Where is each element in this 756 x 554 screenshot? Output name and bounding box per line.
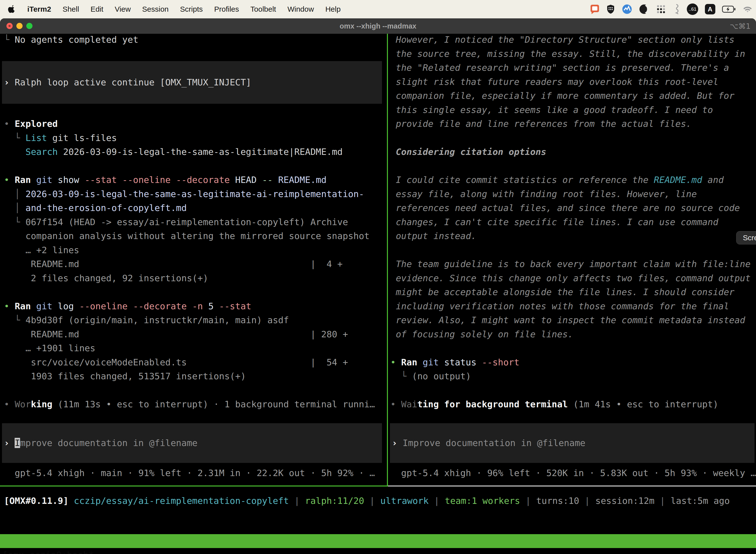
screen-notification-toast[interactable]: Scre — [736, 231, 756, 244]
text-segment: gpt-5.4 xhigh · 96% left · 520K in · 5.8… — [390, 468, 756, 478]
text-segment: 2 files changed, 92 insertions(+) — [4, 273, 208, 283]
right-session-status: gpt-5.4 xhigh · 96% left · 520K in · 5.8… — [390, 466, 756, 480]
terminal-content: └ No agents completed yet• Explored └ Li… — [0, 34, 756, 554]
text-segment: review. Also, I might want to inspect th… — [390, 315, 745, 325]
menu-item-profiles[interactable]: Profiles — [214, 5, 239, 13]
text-segment: Ran — [15, 175, 36, 185]
text-segment: mprove documentation in @filename — [20, 438, 197, 448]
text-segment: Considering citation options — [390, 147, 547, 157]
text-segment: | — [654, 496, 671, 506]
text-segment: --stat — [219, 301, 251, 311]
text-segment: | — [520, 496, 536, 506]
text-segment: turns:10 — [536, 496, 579, 506]
terminal-line: the source tree, missing the essay. Stil… — [390, 47, 756, 61]
text-segment: 2026-03-09-is-legal-the-same-as-legitima… — [58, 147, 343, 157]
menu-item-window[interactable]: Window — [288, 5, 314, 13]
text-segment: However, I noticed the "Directory Struct… — [390, 35, 735, 45]
text-segment: last:5m ago — [671, 496, 730, 506]
terminal-line — [4, 103, 387, 117]
menu-item-edit[interactable]: Edit — [90, 5, 104, 13]
pane-divider-horizontal-inactive[interactable] — [388, 486, 756, 487]
chat-app-icon[interactable] — [590, 4, 600, 14]
count-badge-icon[interactable]: ..61 — [687, 3, 698, 15]
text-segment: ting for background terminal — [417, 399, 568, 409]
text-segment: | — [364, 496, 380, 506]
text-segment: 4b9d30f (origin/main, instructkr/main, m… — [25, 315, 289, 325]
menu-item-view[interactable]: View — [115, 5, 131, 13]
terminal-line: The team guideline is to back every impo… — [390, 257, 756, 271]
terminal-line — [390, 243, 756, 258]
menu-item-iterm2[interactable]: iTerm2 — [27, 5, 51, 13]
text-segment: of focusing solely on file lines. — [390, 329, 573, 339]
menu-item-toolbelt[interactable]: Toolbelt — [251, 5, 276, 13]
terminal-line: this single essay, it seems like a good … — [390, 103, 756, 117]
apple-menu[interactable] — [8, 4, 16, 15]
terminal-line: provide file and line references from th… — [390, 117, 756, 131]
window-title-bar[interactable]: omx --xhigh --madmax ⌥⌘1 — [0, 18, 756, 34]
battery-icon[interactable] — [722, 5, 736, 13]
text-segment: └ — [4, 217, 25, 227]
pane-divider-horizontal-active[interactable] — [0, 486, 388, 487]
text-segment: (no output) — [412, 371, 471, 381]
text-segment: --stat --oneline --decorate — [84, 175, 235, 185]
queued-message-box: › Ralph loop active continue [OMX_TMUX_I… — [2, 61, 382, 104]
omx-status-line: [OMX#0.11.9] cczip/essay/ai-reimplementa… — [4, 494, 730, 508]
text-segment: 1903 files changed, 513517 insertions(+) — [4, 371, 246, 381]
terminal-line: changes, I can't cite specific file line… — [390, 215, 756, 229]
menu-item-session[interactable]: Session — [142, 5, 169, 13]
text-segment: I could cite commit statistics or refere… — [390, 175, 654, 185]
terminal-line: README.md | 4 + — [4, 257, 387, 271]
tmux-pane-left[interactable]: └ No agents completed yet• Explored └ Li… — [0, 34, 387, 486]
text-segment: └ — [4, 315, 25, 325]
text-segment — [68, 496, 74, 506]
text-segment: Ralph loop active continue [OMX_TMUX_INJ… — [15, 77, 251, 88]
terminal-line: └ No agents completed yet — [4, 34, 387, 47]
text-segment: README.md | 4 + — [4, 259, 342, 269]
text-segment: changes, I can't cite specific file line… — [390, 217, 718, 227]
activity-sync-icon[interactable] — [622, 4, 632, 14]
text-segment: --oneline --decorate — [79, 301, 192, 311]
menu-item-shell[interactable]: Shell — [63, 5, 79, 13]
text-segment: ralph:11/20 — [305, 496, 364, 506]
serpent-icon[interactable] — [673, 4, 680, 15]
text-segment: › — [4, 438, 15, 448]
terminal-line — [390, 341, 756, 355]
left-prompt-input[interactable]: › Improve documentation in @filename — [2, 423, 382, 463]
text-segment: session:12m — [595, 496, 654, 506]
terminal-line: including verification notes with those … — [390, 299, 756, 314]
wifi-icon[interactable] — [743, 5, 753, 13]
right-prompt-input[interactable]: › Improve documentation in @filename — [390, 423, 755, 463]
text-segment: slight risk that future readers may over… — [390, 77, 718, 87]
text-segment: └ — [4, 35, 15, 45]
privacy-shield-icon[interactable] — [606, 4, 615, 14]
tmux-pane-right[interactable]: However, I noticed the "Directory Struct… — [388, 34, 756, 486]
menu-item-help[interactable]: Help — [325, 5, 341, 13]
terminal-line: However, I noticed the "Directory Struct… — [390, 34, 756, 47]
text-segment: Ran — [15, 301, 36, 311]
terminal-line — [390, 131, 756, 145]
text-segment: Wor — [15, 399, 31, 409]
left-prompt-line: › Improve documentation in @filename — [4, 436, 197, 450]
terminal-line: Considering citation options — [390, 145, 756, 159]
text-segment: … +1901 lines — [4, 343, 95, 353]
input-source-icon[interactable]: A — [705, 4, 715, 14]
text-segment: • — [390, 357, 401, 367]
terminal-line — [4, 384, 387, 398]
text-segment: • — [4, 301, 15, 311]
desktop: iTerm2 Shell Edit View Session Scripts P… — [0, 0, 756, 554]
pane-divider-vertical[interactable] — [387, 34, 388, 486]
menu-item-scripts[interactable]: Scripts — [180, 5, 203, 13]
text-segment: • — [4, 175, 15, 185]
terminal-line: the "Related research writing" section i… — [390, 61, 756, 75]
dots-grid-icon[interactable] — [656, 4, 666, 14]
text-segment: • — [390, 399, 401, 409]
text-segment — [4, 147, 25, 157]
text-segment: No agents completed yet — [15, 35, 138, 45]
text-segment: references need actual files, and since … — [390, 203, 740, 213]
text-segment: essay file, along with finding root file… — [390, 189, 697, 199]
menu-bar: iTerm2 Shell Edit View Session Scripts P… — [0, 0, 756, 18]
terminal-line: slight risk that future readers may over… — [390, 75, 756, 89]
terminal-line: • Waiting for background terminal (1m 41… — [390, 397, 756, 411]
focus-moon-icon[interactable] — [639, 4, 649, 14]
terminal-line: README.md | 280 + — [4, 327, 387, 341]
